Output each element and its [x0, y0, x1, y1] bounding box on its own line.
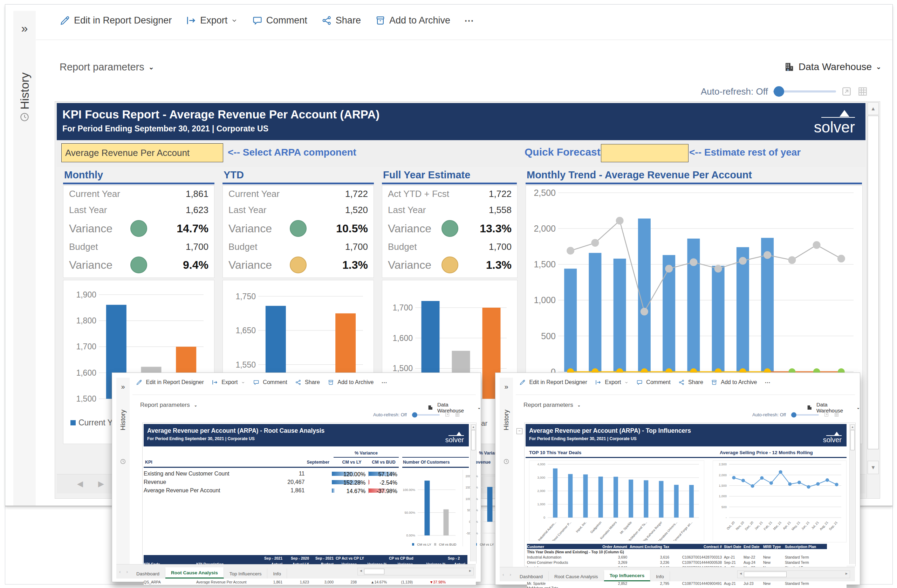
outline-collapse-button[interactable]: −: [516, 428, 522, 434]
chevron-down-icon: ⌄: [148, 63, 154, 71]
edit-in-report-designer-button[interactable]: Edit in Report Designer: [136, 379, 204, 386]
more-button[interactable]: ⋯: [464, 15, 474, 26]
data-warehouse-label: Data Warehouse: [816, 401, 853, 413]
edit-in-report-designer-button[interactable]: Edit in Report Designer: [60, 15, 172, 26]
scroll-left-button[interactable]: ◄: [739, 571, 742, 576]
history-clock-icon[interactable]: [503, 458, 510, 465]
share-button[interactable]: Share: [321, 15, 361, 26]
panel-underline: [63, 182, 214, 184]
svg-text:500: 500: [721, 505, 727, 509]
history-clock-icon[interactable]: [19, 112, 30, 122]
quick-forecast-input[interactable]: [601, 144, 689, 162]
svg-text:0.00%: 0.00%: [406, 534, 415, 537]
tab-scroll-right[interactable]: ›: [124, 569, 131, 574]
table-cell: Aug-24: [744, 560, 763, 565]
ti-report-parameters-dropdown[interactable]: Report parameters⌄: [524, 401, 580, 409]
comment-button[interactable]: Comment: [252, 15, 307, 26]
tab-root-cause-analysis[interactable]: Root Cause Analysis: [549, 571, 604, 581]
tab-dashboard[interactable]: Dashboard: [514, 571, 549, 581]
history-label: History: [502, 417, 510, 430]
svg-text:0: 0: [543, 516, 545, 519]
share-button[interactable]: Share: [678, 379, 703, 386]
auto-refresh-slider[interactable]: [412, 414, 440, 416]
tab-root-cause-analysis[interactable]: Root Cause Analysis: [165, 567, 224, 579]
comment-button[interactable]: Comment: [636, 379, 670, 386]
tab-info[interactable]: Info: [651, 571, 670, 581]
add-to-archive-button[interactable]: Add to Archive: [328, 379, 374, 386]
slider-knob[interactable]: [774, 86, 784, 97]
rca-horizontal-scrollbar[interactable]: ◄ ►: [357, 568, 474, 576]
rca-vertical-scrollbar[interactable]: ▲ ▼: [470, 424, 476, 561]
more-button[interactable]: ⋯: [765, 379, 770, 386]
ti-horizontal-scrollbar[interactable]: ◄ ►: [737, 571, 850, 578]
ti-vertical-scrollbar[interactable]: ▲: [850, 424, 855, 564]
app-window: » History Edit in Report DesignerExportC…: [5, 4, 893, 585]
edit-in-report-designer-button[interactable]: Edit in Report Designer: [519, 379, 587, 386]
arpa-component-input[interactable]: Average Revenue Per Account: [61, 143, 223, 162]
main-vertical-scrollbar[interactable]: ▲ ▼: [866, 102, 880, 498]
tab-dashboard[interactable]: Dashboard: [131, 568, 165, 579]
comment-button[interactable]: Comment: [253, 379, 287, 386]
tab-info[interactable]: Info: [267, 568, 287, 579]
panel-underline: [526, 182, 862, 184]
export-button[interactable]: Export: [212, 379, 245, 386]
auto-refresh-slider[interactable]: [773, 90, 836, 92]
svg-text:1,600: 1,600: [76, 368, 96, 377]
variance-label: Variance: [388, 259, 441, 272]
data-warehouse-dropdown[interactable]: Data Warehouse⌄: [784, 61, 881, 72]
popout-icon[interactable]: [841, 86, 852, 97]
share-button[interactable]: Share: [295, 379, 320, 386]
add-to-archive-button[interactable]: Add to Archive: [711, 379, 757, 386]
svg-text:500: 500: [541, 331, 556, 341]
table-view-icon[interactable]: [857, 86, 868, 97]
table-cell: 3,000: [311, 579, 336, 585]
svg-text:1,500: 1,500: [719, 484, 727, 487]
scroll-down-button[interactable]: ▼: [868, 461, 879, 474]
report-parameters-label: Report parameters: [60, 61, 144, 73]
popout-icon[interactable]: [445, 412, 450, 417]
rca-data-warehouse-dropdown[interactable]: Data Warehouse⌄: [427, 401, 481, 413]
status-dot-yellow: [290, 257, 306, 273]
scroll-thumb[interactable]: [364, 569, 384, 574]
scroll-left-button[interactable]: ◄: [359, 569, 363, 573]
scroll-thumb[interactable]: [744, 571, 787, 577]
next-page-button[interactable]: ▶: [98, 479, 104, 488]
solver-triangle-icon: [840, 110, 850, 117]
export-button[interactable]: Export: [186, 15, 238, 26]
prev-page-button[interactable]: ◀: [77, 479, 83, 488]
tab-scroll-left[interactable]: ‹: [116, 569, 124, 574]
table-view-icon[interactable]: [834, 412, 839, 417]
auto-refresh-slider[interactable]: [791, 414, 819, 416]
rca-report-parameters-dropdown[interactable]: Report parameters⌄: [140, 401, 197, 409]
expand-sidebar-button[interactable]: »: [13, 21, 36, 35]
export-button[interactable]: Export: [595, 379, 629, 386]
expand-sidebar-button[interactable]: »: [116, 383, 130, 391]
add-to-archive-button[interactable]: Add to Archive: [375, 15, 450, 26]
table-view-icon[interactable]: [455, 412, 460, 417]
share-button-icon: [321, 15, 332, 26]
more-button[interactable]: ⋯: [381, 379, 387, 386]
svg-text:3,000: 3,000: [537, 476, 545, 479]
table-cell: Standard Term: [785, 554, 827, 560]
scroll-thumb[interactable]: [868, 116, 879, 449]
tab-top-influencers[interactable]: Top Influencers: [604, 570, 651, 581]
section-underline: [526, 457, 846, 458]
scroll-right-button[interactable]: ►: [845, 571, 848, 576]
ti-data-warehouse-dropdown[interactable]: Data Warehouse⌄: [807, 401, 860, 413]
tab-top-influencers[interactable]: Top Influencers: [224, 568, 268, 579]
svg-text:Dec, 20: Dec, 20: [744, 521, 754, 531]
scroll-up-button[interactable]: ▲: [868, 102, 879, 115]
ti-deals-chart: 01,0002,0003,0004,000Industrial Autom...…: [529, 461, 704, 541]
variance-label: Variance: [388, 222, 441, 235]
table-cell: 2,795: [629, 580, 671, 586]
tab-scroll-right[interactable]: ›: [507, 572, 514, 577]
svg-text:Jan, 21: Jan, 21: [754, 521, 764, 531]
tab-scroll-left[interactable]: ‹: [500, 572, 507, 577]
table-cell: Industrial Automation: [527, 554, 597, 560]
expand-sidebar-button[interactable]: »: [500, 383, 513, 391]
scroll-right-button[interactable]: ►: [468, 569, 472, 573]
popout-icon[interactable]: [824, 412, 829, 417]
table-cell: (1,139): [389, 579, 415, 585]
history-clock-icon[interactable]: [120, 458, 126, 465]
report-parameters-dropdown[interactable]: Report parameters⌄: [60, 61, 154, 73]
